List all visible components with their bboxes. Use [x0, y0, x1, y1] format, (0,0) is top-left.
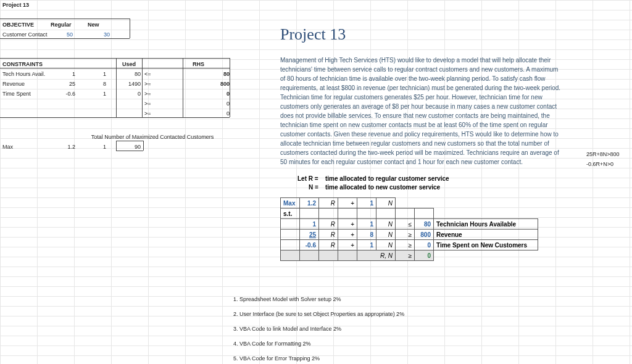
- lp-vars: R, N: [357, 250, 396, 261]
- lp-coef: 8: [357, 230, 376, 240]
- lp-row: 1 R + 1 N ≤ 80 Technician Hours Availabl…: [281, 219, 538, 230]
- lp-coef: -0.6: [300, 240, 319, 250]
- lp-rhs: 80: [415, 219, 434, 230]
- op: >=: [143, 89, 152, 99]
- lp-coef: 1.2: [300, 198, 319, 209]
- lp-var: N: [376, 198, 396, 209]
- side-note: 25R+8N>800: [585, 149, 621, 159]
- box-line: [116, 58, 117, 117]
- lp-desc: Revenue: [434, 230, 538, 240]
- side-note: -0.6R+N>0: [585, 159, 615, 169]
- lp-plus: +: [338, 240, 357, 250]
- max-c2[interactable]: 1: [93, 142, 107, 152]
- lp-plus: +: [338, 219, 357, 230]
- lp-coef: 1: [357, 198, 376, 209]
- lp-op: ≥: [396, 240, 415, 250]
- lp-max: Max: [281, 198, 300, 209]
- lp-nonneg: R, N ≥ 0: [281, 250, 538, 261]
- box-line: [116, 141, 117, 151]
- page-title: Project 13: [279, 30, 347, 39]
- max-label: Max: [1, 142, 14, 152]
- lp-coef: 1: [357, 219, 376, 230]
- deliverable-item: 5. VBA Code for Error Trapping 2%: [233, 355, 320, 362]
- op: <=: [143, 69, 152, 79]
- lp-var: N: [376, 219, 396, 230]
- total-label: Total Number of Maximized Contacted Cust…: [74, 132, 231, 142]
- lp-op: ≥: [396, 230, 415, 240]
- lp-var: R: [319, 230, 338, 240]
- rhs-val[interactable]: 0: [210, 99, 231, 109]
- lp-var: R: [319, 219, 338, 230]
- lp-var: R: [319, 198, 338, 209]
- deliverable-item: 2. User Interface (be sure to set Object…: [233, 311, 404, 317]
- row-label: Revenue: [1, 79, 26, 89]
- deliverable-item: 1. Spreadsheet Model with Solver setup 2…: [233, 296, 341, 302]
- op: >=: [143, 79, 152, 89]
- sheet-title: Project 13: [1, 0, 30, 10]
- box-line: [0, 58, 230, 59]
- deliverable-item: 4. VBA Code for Formatting 2%: [233, 341, 311, 347]
- deliverable-item: 3. VBA Code to link Model and Interface …: [233, 326, 341, 332]
- box-line: [116, 141, 143, 141]
- rhs-val[interactable]: 800: [210, 79, 231, 89]
- box-line: [0, 19, 130, 19]
- box-line: [0, 117, 230, 118]
- rhs-val[interactable]: 0: [210, 89, 231, 99]
- col-regular: Regular: [49, 20, 73, 30]
- lp-desc: Time Spent on New Customers: [434, 240, 538, 250]
- lp-table: Max 1.2 R + 1 N s.t. 1 R + 1 N ≤ 80 Tech…: [280, 197, 538, 261]
- problem-text: Management of High Tech Services (HTS) w…: [279, 56, 565, 167]
- used-val: 1490: [121, 79, 142, 89]
- used-val: 0: [121, 89, 142, 99]
- lp-st: s.t.: [281, 209, 300, 219]
- box-line: [230, 58, 230, 117]
- lp-desc: Technician Hours Available: [434, 219, 538, 230]
- box-line: [143, 141, 144, 151]
- row-label: Time Spent: [1, 89, 32, 99]
- coef[interactable]: 8: [93, 79, 107, 89]
- let-n-text: time allocated to new customer service: [324, 183, 441, 192]
- box-line: [183, 58, 183, 117]
- lp-plus: +: [338, 198, 357, 209]
- box-line: [116, 151, 143, 151]
- box-line: [0, 38, 130, 39]
- row-label: Tech Hours Avail.: [1, 69, 46, 79]
- coef[interactable]: 1: [93, 69, 107, 79]
- col-new: New: [86, 20, 101, 30]
- lp-row: 25 R + 8 N ≥ 800 Revenue: [281, 230, 538, 240]
- rhs-val[interactable]: 80: [210, 69, 231, 79]
- lp-op: ≥: [396, 250, 415, 261]
- coef[interactable]: 25: [62, 79, 77, 89]
- box-line: [130, 19, 130, 38]
- lp-op: ≤: [396, 219, 415, 230]
- lp-rhs: 800: [415, 230, 434, 240]
- lp-coef: 25: [300, 230, 319, 240]
- lp-plus: +: [338, 230, 357, 240]
- lp-coef: 1: [357, 240, 376, 250]
- lp-coef: 1: [300, 219, 319, 230]
- lp-var: N: [376, 240, 396, 250]
- lp-var: R: [319, 240, 338, 250]
- max-c1[interactable]: 1.2: [62, 142, 77, 152]
- box-line: [142, 58, 143, 117]
- lp-rhs: 0: [415, 240, 434, 250]
- lp-row: -0.6 R + 1 N ≥ 0 Time Spent on New Custo…: [281, 240, 538, 250]
- let-n-eq: N =: [307, 183, 320, 192]
- coef[interactable]: 1: [62, 69, 77, 79]
- lp-rhs: 0: [415, 250, 434, 261]
- objective-label: OBJECTIVE: [1, 20, 35, 30]
- lp-var: N: [376, 230, 396, 240]
- op: >=: [143, 99, 152, 109]
- box-line: [0, 68, 230, 68]
- used-val: 80: [121, 69, 142, 79]
- spreadsheet: Project 13 OBJECTIVE Regular New Custome…: [0, 0, 632, 364]
- coef[interactable]: 1: [93, 89, 107, 99]
- coef[interactable]: -0.6: [62, 89, 77, 99]
